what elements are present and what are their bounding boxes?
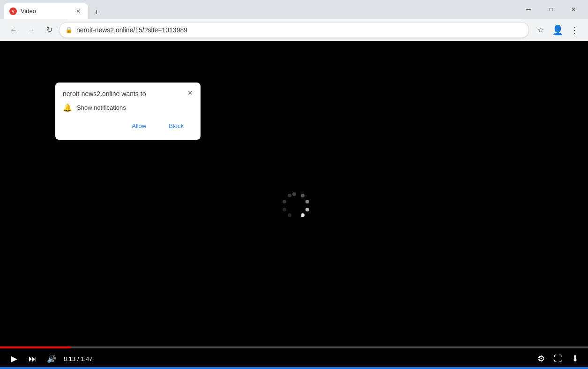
volume-button[interactable]: 🔊	[45, 352, 58, 365]
play-button[interactable]: ▶	[7, 352, 21, 365]
video-time: 0:13 / 1:47	[64, 355, 92, 362]
back-button[interactable]: ←	[6, 22, 22, 38]
star-icon: ☆	[537, 25, 544, 34]
video-bottom-bar: ▶ ⏭ 🔊 0:13 / 1:47 ⚙ ⛶ ⬇	[0, 346, 588, 369]
new-tab-button[interactable]: +	[90, 6, 103, 19]
account-button[interactable]: 👤	[550, 22, 566, 38]
video-right-controls: ⚙ ⛶ ⬇	[536, 353, 581, 364]
address-bar[interactable]: 🔒 neroit-news2.online/15/?site=1013989	[59, 22, 529, 38]
skip-button[interactable]: ⏭	[26, 352, 39, 365]
reload-icon: ↻	[46, 25, 52, 34]
minimize-button[interactable]: —	[518, 2, 539, 17]
forward-icon: →	[28, 26, 35, 34]
title-bar: V Video ✕ + — □ ✕	[0, 0, 588, 19]
tab-strip: V Video ✕ +	[4, 0, 518, 19]
popup-close-button[interactable]: ✕	[185, 87, 196, 98]
close-button[interactable]: ✕	[563, 2, 584, 17]
settings-button[interactable]: ⚙	[536, 353, 547, 364]
play-icon: ▶	[11, 354, 17, 364]
fullscreen-button[interactable]: ⛶	[552, 353, 564, 364]
address-text: neroit-news2.online/15/?site=1013989	[76, 26, 523, 34]
back-icon: ←	[10, 26, 17, 34]
video-controls: ▶ ⏭ 🔊 0:13 / 1:47 ⚙ ⛶ ⬇	[0, 348, 588, 369]
popup-content-row: 🔔 Show notifications	[63, 103, 193, 112]
volume-icon: 🔊	[47, 354, 56, 363]
blue-accent-bar	[0, 367, 588, 369]
navigation-bar: ← → ↻ 🔒 neroit-news2.online/15/?site=101…	[0, 19, 588, 41]
lock-icon: 🔒	[65, 26, 73, 33]
active-tab[interactable]: V Video ✕	[4, 3, 88, 19]
tab-favicon: V	[9, 8, 17, 15]
account-icon: 👤	[552, 24, 564, 36]
allow-button[interactable]: Allow	[122, 120, 156, 132]
tab-close-button[interactable]: ✕	[74, 7, 82, 15]
loading-spinner	[281, 192, 307, 218]
reload-button[interactable]: ↻	[41, 22, 57, 38]
settings-icon: ⚙	[537, 354, 545, 364]
fullscreen-icon: ⛶	[554, 354, 562, 364]
bell-icon: 🔔	[63, 103, 72, 112]
popup-title: neroit-news2.online wants to	[63, 90, 193, 98]
popup-row-text: Show notifications	[77, 104, 126, 111]
download-icon: ⬇	[572, 354, 579, 364]
notification-popup: neroit-news2.online wants to ✕ 🔔 Show no…	[55, 83, 201, 140]
menu-icon: ⋮	[570, 24, 579, 36]
maximize-button[interactable]: □	[540, 2, 562, 17]
menu-button[interactable]: ⋮	[566, 22, 582, 38]
bookmark-button[interactable]: ☆	[533, 22, 549, 38]
nav-right-icons: ☆ 👤 ⋮	[533, 22, 582, 38]
popup-actions: Allow Block	[63, 120, 193, 132]
video-page: neroit-news2.online wants to ✕ 🔔 Show no…	[0, 41, 588, 369]
window-controls: — □ ✕	[518, 2, 584, 17]
forward-button[interactable]: →	[23, 22, 39, 38]
tab-title: Video	[21, 8, 70, 15]
download-button[interactable]: ⬇	[569, 353, 581, 364]
skip-icon: ⏭	[29, 354, 37, 364]
block-button[interactable]: Block	[159, 120, 193, 132]
